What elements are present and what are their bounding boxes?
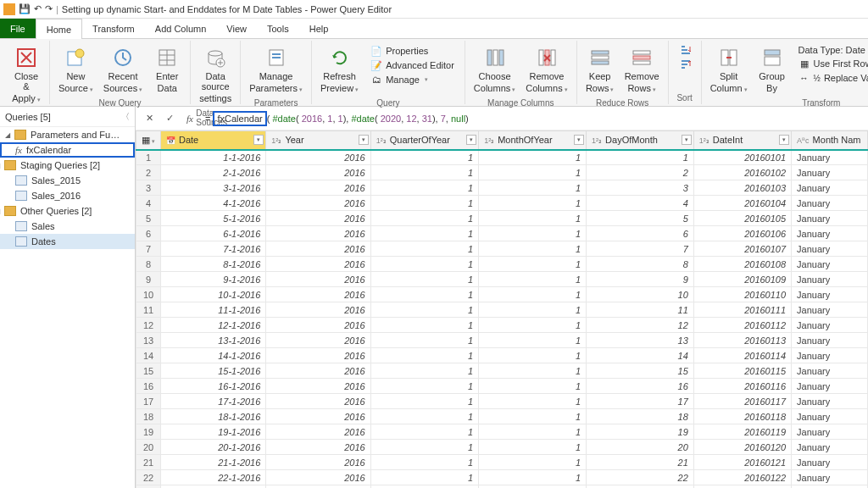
cell-month[interactable]: 1 — [479, 394, 587, 409]
row-number[interactable]: 12 — [136, 318, 161, 333]
cell-day[interactable]: 19 — [587, 424, 694, 440]
cell-year[interactable]: 2016 — [266, 226, 370, 241]
cell-dateint[interactable]: 20160106 — [693, 226, 791, 241]
cell-quarter[interactable]: 1 — [370, 409, 478, 424]
cell-dateint[interactable]: 20160114 — [693, 348, 791, 363]
cell-year[interactable]: 2016 — [266, 440, 370, 455]
cell-quarter[interactable]: 1 — [370, 333, 478, 348]
cell-quarter[interactable]: 1 — [370, 196, 478, 211]
cell-dateint[interactable]: 20160111 — [693, 302, 791, 318]
cell-year[interactable]: 2016 — [266, 180, 370, 196]
cell-year[interactable]: 2016 — [266, 196, 370, 211]
data-grid[interactable]: ▦▾ 📅Date▾ 1²₃Year▾ 1²₃QuarterOfYear▾ 1²₃… — [136, 130, 868, 488]
choose-columns-button[interactable]: ChooseColumns▾ — [470, 42, 519, 97]
remove-rows-button[interactable]: RemoveRows▾ — [621, 42, 663, 97]
cell-month[interactable]: 1 — [479, 455, 587, 470]
cell-day[interactable]: 1 — [587, 150, 694, 165]
cell-month[interactable]: 1 — [479, 424, 587, 440]
cell-dateint[interactable]: 20160117 — [693, 394, 791, 409]
cell-quarter[interactable]: 1 — [370, 272, 478, 287]
cell-month[interactable]: 1 — [479, 196, 587, 211]
cell-quarter[interactable]: 1 — [370, 302, 478, 318]
cell-day[interactable]: 22 — [587, 470, 694, 485]
cell-month[interactable]: 1 — [479, 302, 587, 318]
cell-dateint[interactable]: 20160107 — [693, 241, 791, 257]
group-by-button[interactable]: GroupBy — [754, 42, 790, 97]
tab-file[interactable]: File — [0, 19, 36, 38]
cell-month[interactable]: 1 — [479, 257, 587, 272]
filter-icon[interactable]: ▾ — [574, 135, 584, 145]
formula-input[interactable]: = fxCalendar( #date( 2016, 1, 1), #date(… — [202, 109, 863, 128]
table-row[interactable]: 2222-1-20162016112220160122January — [136, 470, 868, 485]
cell-date[interactable]: 2-1-2016 — [161, 165, 266, 180]
cell-year[interactable]: 2016 — [266, 333, 370, 348]
cell-month[interactable]: 1 — [479, 379, 587, 394]
cell-day[interactable]: 2 — [587, 165, 694, 180]
cell-year[interactable]: 2016 — [266, 272, 370, 287]
cell-date[interactable]: 13-1-2016 — [161, 333, 266, 348]
properties-button[interactable]: 📄Properties — [367, 44, 458, 58]
row-number[interactable]: 18 — [136, 409, 161, 424]
cell-quarter[interactable]: 1 — [370, 455, 478, 470]
cell-dateint[interactable]: 20160109 — [693, 272, 791, 287]
query-group-parameters[interactable]: ◢Parameters and Fu… — [0, 127, 135, 142]
cell-date[interactable]: 19-1-2016 — [161, 424, 266, 440]
cell-date[interactable]: 6-1-2016 — [161, 226, 266, 241]
cell-dateint[interactable]: 20160123 — [693, 485, 791, 489]
cell-date[interactable]: 23-1-2016 — [161, 485, 266, 489]
qat-save-icon[interactable]: 💾 — [19, 3, 31, 14]
col-date[interactable]: 📅Date▾ — [161, 131, 266, 150]
keep-rows-button[interactable]: KeepRows▾ — [582, 42, 618, 97]
cell-day[interactable]: 21 — [587, 455, 694, 470]
cell-quarter[interactable]: 1 — [370, 211, 478, 226]
cell-dateint[interactable]: 20160101 — [693, 150, 791, 165]
cell-date[interactable]: 7-1-2016 — [161, 241, 266, 257]
cell-year[interactable]: 2016 — [266, 363, 370, 379]
cell-quarter[interactable]: 1 — [370, 470, 478, 485]
col-month[interactable]: 1²₃MonthOfYear▾ — [479, 131, 587, 150]
cell-date[interactable]: 18-1-2016 — [161, 409, 266, 424]
cell-date[interactable]: 12-1-2016 — [161, 318, 266, 333]
table-row[interactable]: 1414-1-20162016111420160114January — [136, 348, 868, 363]
cell-quarter[interactable]: 1 — [370, 241, 478, 257]
cell-monthname[interactable]: January — [792, 287, 868, 302]
sort-desc-button[interactable] — [676, 58, 694, 72]
cell-dateint[interactable]: 20160110 — [693, 287, 791, 302]
cell-month[interactable]: 1 — [479, 272, 587, 287]
fx-label-icon[interactable]: fx — [181, 110, 198, 127]
row-number[interactable]: 21 — [136, 455, 161, 470]
table-row[interactable]: 1919-1-20162016111920160119January — [136, 424, 868, 440]
cell-day[interactable]: 11 — [587, 302, 694, 318]
table-row[interactable]: 1717-1-20162016111720160117January — [136, 394, 868, 409]
cell-dateint[interactable]: 20160103 — [693, 180, 791, 196]
cell-quarter[interactable]: 1 — [370, 485, 478, 489]
cell-month[interactable]: 1 — [479, 470, 587, 485]
col-day[interactable]: 1²₃DayOfMonth▾ — [587, 131, 694, 150]
col-dateint[interactable]: 1²₃DateInt▾ — [693, 131, 791, 150]
cell-monthname[interactable]: January — [792, 455, 868, 470]
row-number[interactable]: 20 — [136, 440, 161, 455]
cell-month[interactable]: 1 — [479, 150, 587, 165]
row-number[interactable]: 13 — [136, 333, 161, 348]
cell-quarter[interactable]: 1 — [370, 150, 478, 165]
tab-view[interactable]: View — [216, 19, 257, 38]
qat-redo-icon[interactable]: ↷ — [45, 3, 53, 14]
cell-monthname[interactable]: January — [792, 272, 868, 287]
row-number[interactable]: 11 — [136, 302, 161, 318]
cell-day[interactable]: 15 — [587, 363, 694, 379]
cell-month[interactable]: 1 — [479, 333, 587, 348]
formula-accept-button[interactable]: ✓ — [161, 110, 178, 127]
table-row[interactable]: 1010-1-20162016111020160110January — [136, 287, 868, 302]
cell-day[interactable]: 18 — [587, 409, 694, 424]
cell-quarter[interactable]: 1 — [370, 257, 478, 272]
cell-monthname[interactable]: January — [792, 241, 868, 257]
cell-monthname[interactable]: January — [792, 363, 868, 379]
cell-dateint[interactable]: 20160104 — [693, 196, 791, 211]
row-number[interactable]: 23 — [136, 485, 161, 489]
tab-add-column[interactable]: Add Column — [145, 19, 217, 38]
new-source-button[interactable]: NewSource▾ — [55, 42, 97, 97]
table-row[interactable]: 2020-1-20162016112020160120January — [136, 440, 868, 455]
qat-undo-icon[interactable]: ↶ — [34, 3, 42, 14]
table-row[interactable]: 1111-1-20162016111120160111January — [136, 302, 868, 318]
remove-columns-button[interactable]: RemoveColumns▾ — [522, 42, 570, 97]
